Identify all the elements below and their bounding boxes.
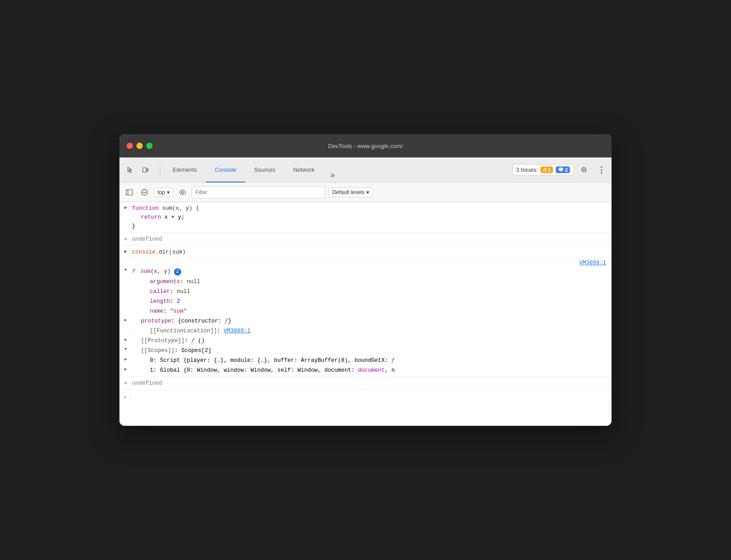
vm-link-container: VM3099:1 bbox=[119, 259, 612, 266]
prop-functionlocation: [[FunctionLocation]]: VM3089:1 bbox=[119, 326, 612, 336]
tab-bar: Elements Console Sources Network » bbox=[164, 157, 340, 182]
issues-button[interactable]: 3 Issues: ⚠ 1 💬 2 bbox=[512, 164, 574, 175]
prop-length: length: 2 bbox=[119, 297, 612, 306]
tab-network[interactable]: Network bbox=[285, 158, 324, 182]
scopes-expand[interactable]: ▼ bbox=[124, 347, 127, 352]
context-selector[interactable]: top ▾ bbox=[153, 187, 174, 197]
tab-console[interactable]: Console bbox=[206, 158, 245, 182]
svg-rect-0 bbox=[143, 168, 146, 172]
toolbar-right: 3 Issues: ⚠ 1 💬 2 ⚙ ⋮ bbox=[512, 163, 608, 177]
entry-content-1: function sum(x, y) { return x + y; } bbox=[132, 204, 608, 231]
clear-console-button[interactable] bbox=[138, 186, 151, 199]
device-toolbar-icon-button[interactable] bbox=[138, 163, 153, 177]
context-dropdown-arrow: ▾ bbox=[167, 189, 170, 195]
undefined-value-2: undefined bbox=[132, 380, 162, 386]
settings-gear-button[interactable]: ⚙ bbox=[577, 163, 591, 177]
cursor-icon-button[interactable] bbox=[123, 163, 137, 177]
info-icon[interactable]: i bbox=[174, 268, 181, 276]
devtools-window: DevTools - www.google.com/ Elements bbox=[119, 134, 612, 426]
issues-info-badge: 💬 2 bbox=[556, 166, 570, 173]
console-entry-undefined-1: « undefined bbox=[119, 233, 612, 246]
proto-expand[interactable]: ▶ bbox=[124, 337, 127, 342]
scope1-expand[interactable]: ▶ bbox=[124, 367, 127, 372]
prompt-chevron: › bbox=[123, 394, 127, 401]
tab-sources[interactable]: Sources bbox=[245, 158, 285, 182]
console-entry-undefined-2: « undefined bbox=[119, 377, 612, 390]
console-entry-dir: ▶ console.dir(sum) bbox=[119, 246, 612, 259]
prop-name: name: "sum" bbox=[119, 306, 612, 316]
prop-prototype: ▶ prototype: {constructor: ƒ} bbox=[119, 316, 612, 326]
expand-arrow-1[interactable]: ▶ bbox=[124, 205, 127, 210]
result-arrow-2: « bbox=[124, 380, 128, 386]
console-keyword: console bbox=[132, 249, 156, 255]
vm-link-3089[interactable]: VM3089:1 bbox=[224, 328, 251, 334]
issues-label: 3 Issues: bbox=[516, 167, 538, 173]
tab-elements[interactable]: Elements bbox=[164, 158, 206, 182]
entry-content-3: console.dir(sum) bbox=[132, 248, 608, 257]
filter-input[interactable] bbox=[191, 186, 326, 199]
svg-rect-1 bbox=[147, 169, 148, 171]
more-tabs-button[interactable]: » bbox=[325, 168, 340, 182]
dir-output-header: ▼ f sum(x, y) i bbox=[119, 266, 612, 277]
entry-gutter-2: « bbox=[119, 235, 132, 242]
prop-caller: caller: null bbox=[119, 287, 612, 297]
close-button[interactable] bbox=[127, 143, 133, 149]
prop-prototype-chain: ▶ [[Prototype]]: ƒ () bbox=[119, 336, 612, 346]
prop-arguments: arguments: null bbox=[119, 277, 612, 287]
expand-down-arrow[interactable]: ▼ bbox=[124, 268, 127, 272]
log-levels-button[interactable]: Default levels ▾ bbox=[328, 187, 373, 197]
entry-gutter-3: ▶ bbox=[119, 248, 132, 254]
undefined-value-1: undefined bbox=[132, 236, 162, 242]
console-input-prompt[interactable]: › | bbox=[119, 390, 612, 404]
entry-content-5: undefined bbox=[132, 379, 608, 388]
entry-gutter-5: « bbox=[119, 379, 132, 386]
console-entry-dir-output: VM3099:1 ▼ f sum(x, y) i arguments: null bbox=[119, 259, 612, 377]
scope-1: ▶ 1: Global {0: Window, window: Window, … bbox=[119, 365, 612, 377]
console-toolbar: top ▾ Default levels ▾ bbox=[119, 182, 612, 202]
entry-gutter-1: ▶ bbox=[119, 204, 132, 210]
svg-rect-2 bbox=[126, 190, 132, 195]
svg-point-6 bbox=[182, 191, 183, 193]
keyword-function: function bbox=[132, 205, 159, 212]
sidebar-toggle-button[interactable] bbox=[123, 186, 136, 199]
kebab-menu-button[interactable]: ⋮ bbox=[594, 163, 608, 177]
main-toolbar: Elements Console Sources Network » 3 Iss… bbox=[119, 157, 612, 182]
context-label: top bbox=[157, 189, 165, 195]
prototype-expand[interactable]: ▶ bbox=[124, 318, 127, 322]
toolbar-divider bbox=[160, 164, 160, 176]
prompt-cursor: | bbox=[128, 394, 132, 400]
console-entry-function-def: ▶ function sum(x, y) { return x + y; } bbox=[119, 202, 612, 233]
issues-warning-badge: ⚠ 1 bbox=[540, 166, 553, 173]
minimize-button[interactable] bbox=[136, 143, 143, 149]
toolbar-icons bbox=[123, 163, 153, 177]
prop-scopes: ▼ [[Scopes]]: Scopes[2] bbox=[119, 346, 612, 356]
window-title: DevTools - www.google.com/ bbox=[328, 143, 403, 149]
traffic-lights bbox=[127, 143, 153, 149]
maximize-button[interactable] bbox=[146, 143, 153, 149]
scope0-expand[interactable]: ▶ bbox=[124, 357, 127, 362]
entry-content-2: undefined bbox=[132, 235, 608, 244]
scope-0: ▶ 0: Script {player: {…}, module: {…}, b… bbox=[119, 356, 612, 365]
titlebar: DevTools - www.google.com/ bbox=[119, 134, 612, 157]
expand-arrow-3[interactable]: ▶ bbox=[124, 249, 127, 254]
eye-icon-button[interactable] bbox=[176, 186, 189, 199]
vm-link-3099[interactable]: VM3099:1 bbox=[579, 260, 606, 266]
console-content: ▶ function sum(x, y) { return x + y; } «… bbox=[119, 202, 612, 426]
result-arrow-1: « bbox=[124, 236, 128, 242]
